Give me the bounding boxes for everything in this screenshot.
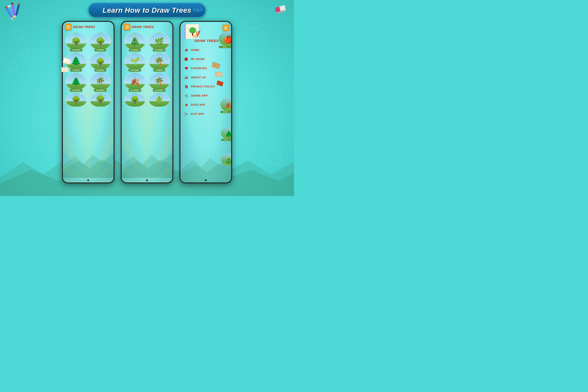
steps-badge-1-1: 10 STEPS [70,48,82,52]
svg-rect-5 [11,2,13,5]
svg-point-16 [184,28,185,30]
svg-rect-6 [15,3,20,16]
phone-1-title: DRAW TREES [73,25,95,29]
tree-item-1-1[interactable]: 🌳 10 STEPS [65,33,87,52]
tree-item-2-1[interactable]: 🎄 6 STEPS [123,33,146,52]
tree-item-2-8[interactable]: 🌵 [148,93,170,107]
share-icon [184,94,189,98]
aboutus-icon [184,75,189,80]
steps-badge-2-1: 6 STEPS [129,48,141,52]
svg-point-9 [7,5,11,8]
phones-container: DRAW TREES 🌳 10 STEPS [0,21,294,196]
steps-badge-1-4: 9 STEPS [94,69,106,72]
svg-point-18 [184,33,185,34]
favorites-icon [184,66,189,71]
phone-2-dot [146,179,148,181]
torn-paper-1 [63,57,72,65]
steps-badge-1-6: 10 STEPS [94,89,107,92]
phone-2: DRAW TREES 🎄 6 STEPS 🌿 [121,21,173,184]
tree-item-1-2[interactable]: 🌳 9 STEPS [89,33,112,52]
menu-item-mywork-label: MY WORK [191,58,205,61]
home-icon [184,48,189,52]
steps-badge-2-6: 11 STEPS [153,89,166,92]
svg-point-17 [184,30,185,32]
phone-2-menu-icon[interactable] [124,24,130,30]
notebook-logo [183,23,203,40]
phone-3-screen: DRAW TREES 🍎 9 ST... [180,22,231,182]
menu-item-exit[interactable]: EXIT APP [183,110,229,118]
phone-3-partial-tree-3: 🌲 7 ST... [221,127,231,141]
title-banner: Learn How to Draw Trees [88,3,206,18]
tree-item-2-2[interactable]: 🌿 10 STEPS [148,33,170,52]
torn-paper-3 [212,62,220,69]
menu-item-rate[interactable]: RATE APP [183,100,229,110]
phone-2-header: DRAW TREES [122,22,172,32]
tree-item-1-8[interactable]: 🌳 [89,93,112,107]
phone-3-partial-tree-4: 🎄 [221,153,231,166]
menu-item-favorites-label: FAVORITES [191,67,207,70]
menu-item-aboutus-label: ABOUT US [191,76,206,79]
tree-item-2-4[interactable]: 🌴 7 STEPS [148,53,170,72]
steps-badge-2-3: 10 STEPS [128,69,141,72]
phone-1-screen: DRAW TREES 🌳 10 STEPS [63,22,114,182]
phone-3-menu-icon[interactable] [222,24,229,31]
phone-1-header: DRAW TREES [63,22,114,32]
svg-point-19 [184,35,185,36]
phone-1-menu-icon[interactable] [65,24,71,30]
tree-item-2-5[interactable]: 🍂 11 STEPS [123,73,146,92]
privacy-icon [184,84,189,89]
app-title: Learn How to Draw Trees [103,6,191,14]
phone-2-title: DRAW TREES [132,25,154,29]
torn-paper-5 [217,80,224,86]
phone-2-tree-grid: 🎄 6 STEPS 🌿 10 STEPS [122,32,172,113]
tree-item-1-7[interactable]: 🌳 [65,93,87,107]
menu-item-mywork[interactable]: MY WORK [183,55,229,64]
svg-point-15 [184,26,185,27]
rate-icon [184,102,189,107]
steps-badge-2-2: 10 STEPS [153,48,166,52]
phone-3-dot [205,179,207,181]
steps-badge-1-2: 9 STEPS [94,48,106,52]
steps-badge-1-5: 11 STEPS [70,89,82,92]
menu-item-exit-label: EXIT APP [191,112,204,116]
steps-badge-2-4: 7 STEPS [153,69,165,72]
menu-item-share-label: SHARE APP [191,94,208,97]
tree-item-2-6[interactable]: 🌴 11 STEPS [148,73,170,92]
phone-3: DRAW TREES 🍎 9 ST... [179,21,232,184]
torn-paper-2 [61,66,69,73]
eraser-decoration [273,2,289,17]
svg-rect-24 [192,33,193,36]
tree-item-1-5[interactable]: 🌲 11 STEPS [65,73,87,92]
steps-badge-2-5: 11 STEPS [128,89,141,92]
torn-paper-4 [215,71,223,78]
tree-item-2-3[interactable]: 🌱 10 STEPS [123,53,146,72]
tree-item-1-6[interactable]: 🌴 10 STEPS [89,73,112,92]
exit-icon [184,112,189,116]
tree-item-1-4[interactable]: 🌳 9 STEPS [89,53,112,72]
phone-1: DRAW TREES 🌳 10 STEPS [62,21,114,184]
menu-item-home-label: HOME [191,48,199,52]
menu-item-privacy-label: PRIVACY POLICY [191,85,215,88]
mywork-icon [184,57,189,62]
menu-item-share[interactable]: SHARE APP [183,91,229,100]
phone-2-screen: DRAW TREES 🎄 6 STEPS 🌿 [122,22,172,182]
phone-1-tree-grid: 🌳 10 STEPS 🌳 9 STEPS [63,32,114,113]
menu-item-home[interactable]: HOME [183,46,229,55]
pencils-decoration [5,2,25,22]
phone-1-dot [87,179,89,181]
steps-badge-1-3: 7 STEPS [70,69,82,72]
menu-item-rate-label: RATE APP [191,104,205,106]
tree-item-2-7[interactable]: 🌳 [123,93,146,107]
